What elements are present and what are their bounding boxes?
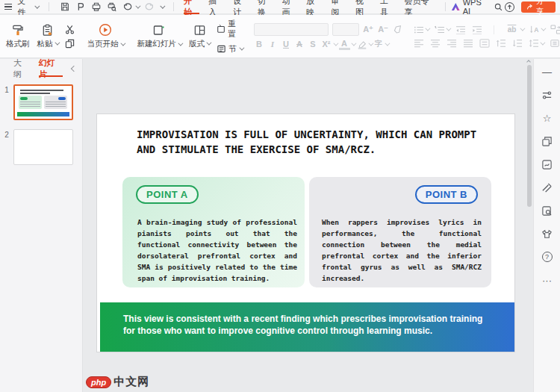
paste-icon bbox=[41, 24, 54, 37]
tab-home[interactable]: 开始 bbox=[179, 0, 204, 14]
paste-button[interactable]: 粘贴 bbox=[34, 22, 61, 51]
svg-text:A: A bbox=[534, 26, 538, 34]
format-painter-label: 格式刷 bbox=[6, 39, 30, 49]
section-button[interactable]: 节 bbox=[217, 44, 243, 55]
layout-label: 版式 bbox=[189, 39, 210, 49]
new-slide-button[interactable]: 新建幻灯片 bbox=[134, 22, 185, 51]
design-tools-icon[interactable] bbox=[541, 181, 554, 194]
scrollbar-thumb[interactable] bbox=[527, 65, 532, 207]
layers-icon[interactable] bbox=[541, 134, 554, 148]
slide-title-textbox[interactable]: IMPROVISATION IS FULL OF UNCERTAINTY, WH… bbox=[137, 127, 476, 157]
search-icon[interactable] bbox=[493, 1, 503, 13]
tab-outline[interactable]: 大纲 bbox=[13, 59, 30, 78]
font-size-select[interactable] bbox=[332, 23, 359, 36]
slide-thumbnail-2[interactable] bbox=[13, 129, 73, 165]
distribute-text-button[interactable] bbox=[479, 39, 490, 48]
save-button[interactable] bbox=[60, 1, 70, 13]
tab-animation[interactable]: 动画 bbox=[278, 0, 302, 14]
undo-button[interactable] bbox=[122, 1, 139, 12]
tab-slideshow[interactable]: 放映 bbox=[302, 0, 326, 14]
tab-tools[interactable]: 工具 bbox=[376, 0, 400, 14]
highlight-color-button[interactable] bbox=[357, 40, 372, 49]
tab-transition[interactable]: 切换 bbox=[253, 0, 278, 14]
bold-button[interactable]: B bbox=[254, 40, 265, 49]
share-button[interactable]: 分享 bbox=[521, 1, 556, 13]
reset-slide-button[interactable]: 重置 bbox=[217, 19, 243, 40]
increase-indent-button[interactable] bbox=[472, 25, 482, 34]
object-properties-icon[interactable] bbox=[541, 88, 554, 102]
bullets-button[interactable] bbox=[414, 25, 429, 34]
menu-bar: 文件 开始 插入 设计 切换 动画 放映 审阅 视图 工具 会员专享 WPS bbox=[0, 0, 560, 14]
hamburger-menu-icon[interactable] bbox=[4, 2, 12, 11]
align-center-button[interactable] bbox=[430, 39, 441, 48]
resource-search-icon[interactable] bbox=[541, 204, 554, 217]
tab-review[interactable]: 审阅 bbox=[326, 0, 351, 14]
decrease-font-button[interactable]: A⁻ bbox=[378, 25, 389, 34]
conclusion-banner[interactable]: This view is consistent with a recent fi… bbox=[100, 302, 514, 352]
strikethrough-button[interactable]: S bbox=[308, 40, 319, 49]
font-family-select[interactable] bbox=[254, 23, 329, 36]
copy-button[interactable] bbox=[65, 39, 75, 49]
slide-thumbnail-1[interactable] bbox=[13, 84, 73, 120]
text-direction-button[interactable]: ab bbox=[505, 25, 523, 34]
align-left-button[interactable] bbox=[414, 39, 424, 48]
vertical-scrollbar[interactable] bbox=[526, 59, 532, 392]
decrease-indent-button[interactable] bbox=[455, 25, 466, 34]
tab-view[interactable]: 视图 bbox=[351, 0, 376, 14]
play-from-current-button[interactable]: 当页开始 bbox=[84, 22, 127, 51]
convert-smartart-button[interactable] bbox=[550, 25, 560, 34]
cloud-upload-icon[interactable] bbox=[504, 1, 515, 13]
object-align-button[interactable] bbox=[550, 39, 560, 48]
collapse-pane-icon[interactable]: — bbox=[541, 65, 554, 78]
point-a-box[interactable]: POINT A A brain-imaging study of profess… bbox=[122, 177, 305, 287]
italic-button[interactable]: I bbox=[267, 40, 279, 49]
wps-ai-button[interactable]: WPS AI bbox=[451, 0, 490, 16]
line-height-chevron-icon bbox=[540, 40, 545, 45]
increase-font-button[interactable]: A⁺ bbox=[363, 25, 374, 34]
mini-point-b bbox=[44, 96, 67, 109]
undo-options-chevron-icon[interactable] bbox=[135, 3, 140, 8]
char-shading-button[interactable]: A bbox=[294, 40, 305, 49]
tab-slides[interactable]: 幻灯片 bbox=[39, 59, 63, 78]
print-preview-button[interactable] bbox=[107, 1, 117, 13]
wps-ai-logo-icon bbox=[451, 2, 461, 11]
tab-insert[interactable]: 插入 bbox=[204, 0, 228, 14]
smart-design-icon[interactable] bbox=[541, 158, 554, 171]
point-a-body: A brain-imaging study of professional pi… bbox=[137, 217, 297, 284]
superscript-button[interactable]: X² bbox=[321, 40, 337, 49]
scroll-up-icon[interactable] bbox=[526, 60, 531, 64]
font-color-chevron-icon bbox=[351, 40, 356, 46]
slide-editor[interactable]: IMPROVISATION IS FULL OF UNCERTAINTY, WH… bbox=[97, 114, 514, 352]
format-painter-button[interactable]: 格式刷 bbox=[3, 22, 33, 51]
line-height-button[interactable] bbox=[529, 39, 544, 48]
cut-button[interactable] bbox=[65, 25, 75, 34]
banner-line-1: This view is consistent with a recent fi… bbox=[123, 313, 514, 325]
effects-star-icon[interactable]: ☆ bbox=[541, 111, 554, 125]
numbering-button[interactable] bbox=[435, 25, 449, 34]
clear-format-button[interactable] bbox=[393, 25, 403, 34]
justify-button[interactable] bbox=[463, 39, 473, 48]
slide-canvas-area[interactable]: IMPROVISATION IS FULL OF UNCERTAINTY, WH… bbox=[84, 59, 533, 392]
mini-banner bbox=[17, 112, 69, 116]
template-skin-icon[interactable] bbox=[541, 227, 554, 240]
numbering-chevron-icon bbox=[446, 26, 451, 31]
text-orientation-button[interactable]: A bbox=[529, 25, 544, 34]
tab-member[interactable]: 会员专享 bbox=[400, 0, 441, 14]
character-effects-button[interactable]: 字 bbox=[374, 39, 388, 49]
help-icon[interactable]: ? bbox=[541, 250, 554, 264]
redo-button-disabled[interactable] bbox=[144, 1, 155, 13]
more-options-icon[interactable]: ··· bbox=[541, 273, 554, 287]
new-slide-icon bbox=[152, 23, 166, 37]
point-b-box[interactable]: POINT B When rappers improvises lyrics i… bbox=[309, 177, 491, 287]
underline-button[interactable]: U bbox=[281, 40, 292, 49]
slide-layout-button[interactable]: 版式 bbox=[186, 22, 213, 51]
print-button[interactable] bbox=[91, 1, 102, 13]
quickbar-more-chevron-icon[interactable] bbox=[160, 3, 165, 8]
tab-design[interactable]: 设计 bbox=[228, 0, 253, 14]
panel-collapse-icon[interactable] bbox=[71, 66, 77, 72]
decrease-line-spacing-button[interactable] bbox=[512, 39, 523, 48]
export-pdf-button[interactable] bbox=[75, 1, 86, 13]
increase-line-spacing-button[interactable] bbox=[496, 39, 506, 48]
align-right-button[interactable] bbox=[447, 39, 457, 48]
font-color-button[interactable]: A bbox=[339, 39, 355, 50]
